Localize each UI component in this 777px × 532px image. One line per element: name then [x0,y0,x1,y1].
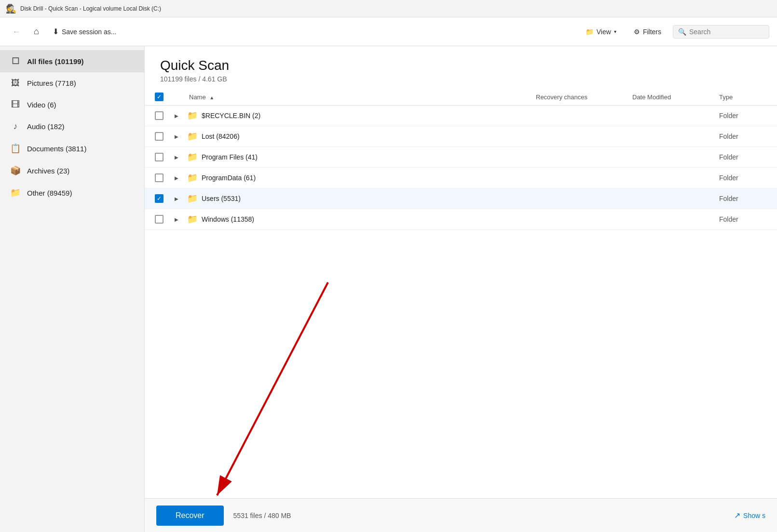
content-area: Quick Scan 101199 files / 4.61 GB ✓ Name… [145,46,777,532]
content-header: Quick Scan 101199 files / 4.61 GB [145,46,777,89]
video-icon: 🎞 [10,100,21,110]
expand-button[interactable]: ▶ [174,112,179,120]
export-icon: ↗ [734,511,740,520]
header-name: Name ▲ [187,93,536,101]
expand-button[interactable]: ▶ [174,216,179,223]
chevron-down-icon: ▾ [614,29,616,34]
search-box: 🔍 [673,25,769,39]
other-icon: 📁 [10,187,21,198]
recover-info: 5531 files / 480 MB [233,512,291,519]
sidebar-item-all-files[interactable]: ☐ All files (101199) [0,50,144,72]
row-expand-windows: ▶ [174,216,187,223]
folder-icon: 📁 [187,193,198,204]
search-icon: 🔍 [678,28,686,36]
row-name-cell: 📁 $RECYCLE.BIN (2) [187,110,536,121]
header-date: Date Modified [632,93,719,101]
expand-button[interactable]: ▶ [174,154,179,161]
row-name-cell: 📁 Program Files (41) [187,152,536,162]
sidebar-item-documents[interactable]: 📋 Documents (3811) [0,137,144,160]
row-checkbox-wrap: ✓ [145,194,174,203]
row-expand-lost: ▶ [174,133,187,140]
row-name-cell: 📁 Windows (11358) [187,214,536,225]
table-header: ✓ Name ▲ Recovery chances Date Modified … [145,89,777,106]
table-row[interactable]: ▶ 📁 ProgramData (61) Folder [145,168,777,188]
row-expand-recycle-bin: ▶ [174,112,187,120]
toolbar: ← ⌂ ⬇ Save session as... 📁 View ▾ ⚙ Filt… [0,17,777,46]
row-expand-program-files: ▶ [174,154,187,161]
folder-icon: 📁 [187,152,198,162]
header-recovery: Recovery chances [536,93,632,101]
select-all-checkbox[interactable]: ✓ [155,93,164,101]
header-type: Type [719,93,777,101]
search-input[interactable] [689,28,757,36]
sort-arrow-icon: ▲ [209,95,214,100]
folder-icon: 📁 [187,214,198,225]
table-row[interactable]: ▶ 📁 Lost (84206) Folder [145,126,777,147]
filters-icon: ⚙ [634,28,640,36]
toolbar-right: 📁 View ▾ ⚙ Filters 🔍 [580,25,769,39]
row-expand-users: ▶ [174,195,187,202]
folder-icon: 📁 [187,131,198,142]
home-icon: ⌂ [34,27,39,37]
expand-button[interactable]: ▶ [174,174,179,182]
table-row[interactable]: ✓ ▶ 📁 Users (5531) Folder [145,188,777,209]
row-checkbox-wrap [145,153,174,161]
row-expand-program-data: ▶ [174,174,187,182]
view-button[interactable]: 📁 View ▾ [580,25,622,39]
row-name-cell: 📁 Users (5531) [187,193,536,204]
all-files-icon: ☐ [10,56,21,66]
check-icon: ✓ [157,93,162,100]
file-table: ✓ Name ▲ Recovery chances Date Modified … [145,89,777,498]
show-selected-button[interactable]: ↗ Show s [734,511,765,520]
folder-icon: 📁 [187,110,198,121]
titlebar: 🕵️ Disk Drill - Quick Scan - Logical vol… [0,0,777,17]
expand-button[interactable]: ▶ [174,133,179,140]
row-checkbox-wrap [145,215,174,224]
app-icon: 🕵️ [6,3,16,14]
save-session-button[interactable]: ⬇ Save session as... [48,24,122,39]
pictures-icon: 🖼 [10,78,21,88]
save-icon: ⬇ [53,27,59,36]
table-row[interactable]: ▶ 📁 $RECYCLE.BIN (2) Folder [145,106,777,126]
view-icon: 📁 [586,28,594,36]
sidebar: ☐ All files (101199) 🖼 Pictures (7718) 🎞… [0,46,145,532]
main-layout: ☐ All files (101199) 🖼 Pictures (7718) 🎞… [0,46,777,532]
table-row[interactable]: ▶ 📁 Program Files (41) Folder [145,147,777,168]
sidebar-item-pictures[interactable]: 🖼 Pictures (7718) [0,72,144,94]
documents-icon: 📋 [10,143,21,154]
row-checkbox-users[interactable]: ✓ [155,194,164,203]
folder-icon: 📁 [187,173,198,183]
back-button[interactable]: ← [8,25,25,39]
audio-icon: ♪ [10,121,21,132]
row-name-cell: 📁 Lost (84206) [187,131,536,142]
row-checkbox-lost[interactable] [155,132,164,141]
row-checkbox-wrap [145,173,174,182]
check-icon: ✓ [157,195,162,202]
bottom-bar: Recover 5531 files / 480 MB ↗ Show s [145,498,777,532]
home-button[interactable]: ⌂ [29,24,44,40]
row-name-cell: 📁 ProgramData (61) [187,173,536,183]
row-checkbox-windows[interactable] [155,215,164,224]
scan-subtitle: 101199 files / 4.61 GB [160,75,762,83]
header-checkbox-col: ✓ [145,93,174,101]
scan-title: Quick Scan [160,58,762,73]
recover-button[interactable]: Recover [156,505,224,526]
sidebar-item-archives[interactable]: 📦 Archives (23) [0,160,144,182]
row-checkbox-recycle-bin[interactable] [155,111,164,120]
row-checkbox-wrap [145,111,174,120]
table-row[interactable]: ▶ 📁 Windows (11358) Folder [145,209,777,230]
archives-icon: 📦 [10,165,21,176]
window-title: Disk Drill - Quick Scan - Logical volume… [20,5,161,12]
sidebar-item-audio[interactable]: ♪ Audio (182) [0,116,144,137]
row-checkbox-wrap [145,132,174,141]
sidebar-item-other[interactable]: 📁 Other (89459) [0,182,144,204]
sidebar-item-video[interactable]: 🎞 Video (6) [0,94,144,116]
filters-button[interactable]: ⚙ Filters [628,25,667,39]
expand-button[interactable]: ▶ [174,195,179,202]
row-checkbox-program-data[interactable] [155,173,164,182]
row-checkbox-program-files[interactable] [155,153,164,161]
back-icon: ← [13,27,20,36]
